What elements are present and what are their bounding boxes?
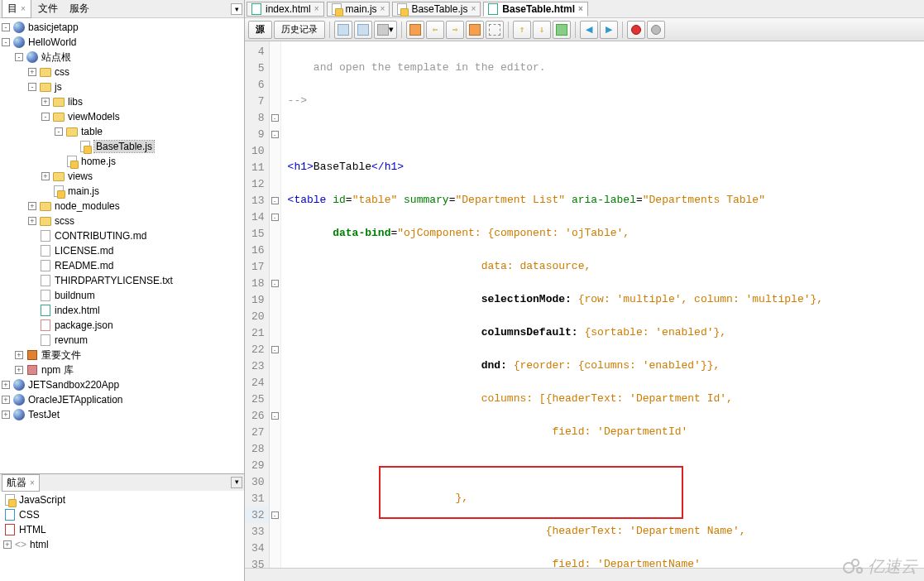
horizontal-scrollbar[interactable] (245, 568, 924, 581)
close-icon[interactable]: × (381, 4, 385, 13)
folder-icon (39, 199, 52, 213)
js-file-icon (79, 140, 92, 153)
tree-item[interactable]: 站点根 (41, 50, 71, 65)
tree-item[interactable]: TestJet (28, 409, 60, 420)
tree-item[interactable]: npm 库 (41, 363, 74, 377)
tree-item[interactable]: index.html (55, 305, 100, 316)
line-number: 13 (245, 192, 269, 209)
nav-down-icon[interactable]: ⇓ (533, 21, 551, 39)
tree-item[interactable]: HelloWorld (28, 36, 76, 48)
html-file-icon (488, 3, 500, 15)
line-number: 4 (245, 43, 269, 60)
tree-item[interactable]: buildnum (55, 290, 95, 301)
tab-files[interactable]: 文件 (33, 0, 63, 17)
line-number: 29 (245, 457, 269, 473)
tree-item-selected[interactable]: BaseTable.js (94, 141, 154, 152)
toolbar-icon[interactable] (354, 21, 372, 39)
project-icon (12, 21, 26, 34)
tree-item[interactable]: css (55, 66, 69, 78)
tab-project[interactable]: 目× (2, 0, 31, 18)
close-icon[interactable]: × (21, 4, 26, 13)
nav-item[interactable]: HTML (19, 524, 46, 535)
nav-up-icon[interactable]: ⇑ (513, 21, 531, 39)
indent-right-icon[interactable]: ▶ (600, 21, 618, 39)
css-icon (3, 508, 17, 521)
source-button[interactable]: 源 (248, 21, 272, 39)
editor-panel: index.html× main.js× BaseTable.js× BaseT… (245, 0, 924, 581)
close-icon[interactable]: × (471, 4, 476, 13)
tab-navigator[interactable]: 航器× (2, 474, 40, 492)
line-number: 15 (245, 225, 269, 242)
record-icon[interactable] (627, 21, 645, 39)
editor-tab[interactable]: index.html× (247, 2, 324, 17)
close-icon[interactable]: × (30, 478, 35, 487)
tree-item[interactable]: libs (68, 96, 83, 108)
editor-tab-bar: index.html× main.js× BaseTable.js× BaseT… (245, 0, 924, 18)
nav-forward-icon[interactable]: ⇒ (446, 21, 464, 39)
fold-toggle-icon[interactable]: - (271, 346, 279, 353)
toolbar-icon[interactable] (486, 21, 504, 39)
tree-item[interactable]: THIRDPARTYLICENSE.txt (55, 275, 173, 286)
nav-item[interactable]: html (30, 539, 49, 550)
line-number: 23 (245, 358, 269, 374)
toolbar-icon[interactable] (466, 21, 484, 39)
nav-item[interactable]: JavaScript (19, 494, 65, 506)
project-tree[interactable]: -basicjetapp -HelloWorld -站点根 +css -js +… (0, 18, 244, 473)
tab-services[interactable]: 服务 (65, 0, 94, 17)
tree-item[interactable]: README.md (55, 260, 113, 271)
fold-toggle-icon[interactable]: - (271, 214, 279, 221)
tree-item[interactable]: main.js (68, 185, 99, 197)
tree-item[interactable]: table (81, 126, 103, 137)
close-icon[interactable]: × (314, 4, 319, 13)
tree-item[interactable]: package.json (55, 319, 113, 331)
toolbar-icon[interactable] (334, 21, 352, 39)
toolbar-icon[interactable] (406, 21, 424, 39)
tree-item[interactable]: node_modules (55, 200, 120, 212)
folder-icon (52, 170, 65, 183)
file-icon (39, 229, 52, 242)
tree-item[interactable]: home.js (81, 156, 116, 167)
toolbar-dropdown-icon[interactable]: ▾ (374, 21, 397, 39)
line-number: 14 (245, 209, 269, 225)
fold-toggle-icon[interactable]: - (271, 114, 279, 122)
nav-item[interactable]: CSS (19, 509, 40, 521)
tag-icon: <> (14, 538, 27, 551)
line-number: 31 (245, 490, 269, 507)
folder-icon (39, 214, 52, 228)
tree-item[interactable]: LICENSE.md (55, 245, 113, 257)
fold-toggle-icon[interactable]: - (271, 131, 279, 138)
fold-toggle-icon[interactable]: - (271, 412, 279, 420)
line-number: 20 (245, 308, 269, 324)
indent-left-icon[interactable]: ◀ (580, 21, 598, 39)
line-number: 27 (245, 424, 269, 440)
toolbar-icon[interactable] (553, 21, 571, 39)
panel-menu-icon[interactable]: ▾ (231, 477, 242, 488)
tree-item[interactable]: basicjetapp (28, 22, 79, 33)
fold-toggle-icon[interactable]: - (271, 197, 279, 204)
nav-back-icon[interactable]: ⇐ (426, 21, 444, 39)
code-area[interactable]: and open the template in the editor. -->… (281, 41, 924, 568)
tree-item[interactable]: revnum (55, 334, 88, 346)
line-number: 19 (245, 291, 269, 308)
editor-tab-active[interactable]: BaseTable.html× (483, 2, 588, 17)
editor-tab[interactable]: BaseTable.js× (392, 2, 481, 17)
editor-tab[interactable]: main.js× (327, 2, 390, 17)
fold-toggle-icon[interactable]: - (271, 511, 279, 519)
tree-item[interactable]: JETSandbox220App (28, 379, 119, 391)
stop-icon[interactable] (647, 21, 665, 39)
tree-item[interactable]: scss (55, 215, 74, 227)
tree-item[interactable]: OracleJETApplication (28, 394, 123, 406)
tree-item[interactable]: 重要文件 (41, 348, 81, 363)
tree-item[interactable]: js (55, 81, 62, 93)
history-button[interactable]: 历史记录 (274, 21, 325, 39)
fold-toggle-icon[interactable]: - (271, 280, 279, 287)
tree-item[interactable]: CONTRIBUTING.md (55, 230, 146, 242)
close-icon[interactable]: × (578, 4, 583, 13)
panel-menu-icon[interactable]: ▾ (231, 3, 242, 15)
code-editor[interactable]: 4 5 6 7 8 9 10 11 12 13 14 15 16 17 18 1… (245, 41, 924, 568)
tree-item[interactable]: views (68, 170, 93, 182)
globe-icon (26, 50, 39, 64)
json-file-icon (39, 319, 52, 332)
editor-toolbar: 源 历史记录 ▾ ⇐ ⇒ ⇑ ⇓ ◀ ▶ (245, 18, 924, 41)
tree-item[interactable]: viewModels (68, 111, 120, 122)
